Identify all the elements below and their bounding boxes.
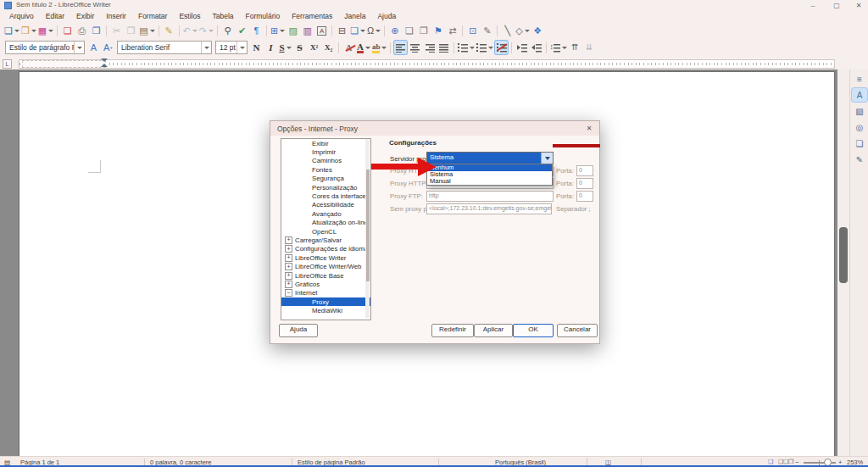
dropdown-arrow-icon[interactable] bbox=[48, 30, 53, 32]
copy-icon[interactable]: ❐ bbox=[125, 24, 137, 37]
tree-item-exibir[interactable]: Exibir bbox=[281, 139, 370, 147]
proxy-https-port-field[interactable]: 0 bbox=[576, 178, 593, 189]
highlight-color-icon[interactable]: ab bbox=[372, 41, 387, 54]
align-justify-icon[interactable] bbox=[437, 41, 450, 54]
cancel-button[interactable]: Cancelar bbox=[557, 324, 598, 337]
tree-item-carregar-salvar[interactable]: +Carregar/Salvar bbox=[281, 236, 370, 244]
tree-item-atualizacao-on-line[interactable]: Atualização on-line bbox=[281, 219, 370, 227]
page-icon[interactable]: ❏ bbox=[852, 136, 867, 150]
underline-button[interactable]: S bbox=[279, 41, 292, 54]
tree-item-acessibilidade[interactable]: Acessibilidade bbox=[281, 201, 370, 209]
tree-item-opencl[interactable]: OpenCL bbox=[281, 227, 370, 236]
page-break-icon[interactable]: ⊟ bbox=[336, 24, 348, 37]
collapse-icon[interactable]: − bbox=[285, 289, 292, 297]
tree-item-libreoffice-writer-web[interactable]: +LibreOffice Writer/Web bbox=[281, 262, 370, 270]
dropdown-arrow-icon[interactable] bbox=[488, 47, 493, 49]
proxy-ftp-field[interactable]: http bbox=[426, 191, 554, 202]
expand-icon[interactable]: + bbox=[285, 263, 292, 270]
bullet-list-icon[interactable] bbox=[458, 41, 475, 54]
line-icon[interactable]: ╲ bbox=[501, 24, 514, 37]
strikethrough-button[interactable]: S bbox=[293, 41, 306, 54]
gallery-icon[interactable]: ▧ bbox=[852, 104, 867, 118]
dropdown-arrow-icon[interactable] bbox=[525, 30, 530, 32]
special-character-icon[interactable]: Ω bbox=[367, 24, 381, 37]
insert-table-icon[interactable]: ⊞ bbox=[270, 24, 285, 37]
decrease-paragraph-spacing-icon[interactable] bbox=[583, 41, 596, 54]
tree-item-imprimir[interactable]: Imprimir bbox=[281, 147, 370, 156]
ok-button[interactable]: OK bbox=[513, 324, 554, 337]
insert-field-icon[interactable]: ❏ bbox=[350, 24, 365, 37]
expand-icon[interactable]: + bbox=[285, 272, 292, 280]
dropdown-arrow-icon[interactable] bbox=[365, 47, 370, 49]
endnote-icon[interactable]: ❐ bbox=[417, 24, 430, 37]
footnote-icon[interactable]: ❏ bbox=[403, 24, 415, 37]
no-list-icon[interactable] bbox=[495, 41, 508, 54]
tree-item-graficos[interactable]: +Gráficos bbox=[281, 280, 370, 288]
align-center-icon[interactable] bbox=[409, 41, 421, 54]
no-proxy-field[interactable]: <local>;172.23.10.1;dev.emgetis.gov-se;e… bbox=[426, 203, 552, 214]
dropdown-arrow-icon[interactable] bbox=[14, 30, 19, 32]
insert-image-icon[interactable]: ▨ bbox=[287, 24, 299, 37]
navigator-icon[interactable]: ◎ bbox=[852, 120, 867, 134]
tree-item-internet[interactable]: −Internet bbox=[281, 289, 370, 297]
bookmark-icon[interactable]: ⚑ bbox=[431, 24, 444, 37]
menu-estilos[interactable]: Estilos bbox=[173, 11, 206, 22]
help-button[interactable]: Ajuda bbox=[279, 324, 318, 337]
expand-icon[interactable]: + bbox=[285, 236, 292, 244]
menu-formatar[interactable]: Formatar bbox=[132, 11, 173, 22]
dropdown-arrow-icon[interactable] bbox=[192, 30, 198, 32]
dropdown-arrow-icon[interactable] bbox=[74, 42, 84, 53]
new-style-icon[interactable]: A+ bbox=[102, 41, 114, 54]
minimize-button[interactable]: – bbox=[804, 0, 822, 11]
dropdown-arrow-icon[interactable] bbox=[541, 153, 553, 164]
numbered-list-icon[interactable] bbox=[476, 41, 493, 54]
update-style-icon[interactable]: A bbox=[87, 41, 100, 54]
tree-item-mediawiki[interactable]: MediaWiki bbox=[281, 306, 370, 314]
tree-item-cores-da-interface[interactable]: Cores da interface bbox=[281, 192, 370, 200]
dropdown-arrow-icon[interactable] bbox=[209, 30, 214, 32]
dropdown-arrow-icon[interactable] bbox=[287, 47, 292, 49]
align-right-icon[interactable] bbox=[423, 41, 436, 54]
cut-icon[interactable]: ✂ bbox=[110, 24, 123, 37]
menu-janela[interactable]: Janela bbox=[338, 11, 371, 22]
bold-button[interactable]: N bbox=[250, 41, 263, 54]
track-changes-icon[interactable]: ✎ bbox=[481, 24, 493, 37]
dropdown-arrow-icon[interactable] bbox=[562, 47, 567, 49]
menu-exibir[interactable]: Exibir bbox=[70, 11, 100, 22]
multi-page-view-icon[interactable]: ❏❏ bbox=[778, 459, 789, 465]
expand-icon[interactable]: + bbox=[285, 281, 292, 288]
print-icon[interactable]: ⎙ bbox=[75, 24, 88, 37]
tree-item-libreoffice-base[interactable]: +LibreOffice Base bbox=[281, 271, 370, 280]
subscript-button[interactable]: X₂ bbox=[322, 41, 335, 54]
formatting-marks-icon[interactable]: ¶ bbox=[250, 24, 263, 37]
horizontal-ruler[interactable] bbox=[19, 59, 835, 69]
superscript-button[interactable]: X² bbox=[308, 41, 320, 54]
font-color-icon[interactable]: A bbox=[357, 41, 370, 54]
dropdown-option-manual[interactable]: Manual bbox=[427, 178, 552, 185]
dropdown-arrow-icon[interactable] bbox=[236, 42, 247, 53]
clone-formatting-icon[interactable]: ✎ bbox=[163, 24, 175, 37]
expand-icon[interactable]: + bbox=[285, 254, 292, 262]
dropdown-arrow-icon[interactable] bbox=[150, 30, 155, 32]
italic-button[interactable]: I bbox=[264, 41, 277, 54]
export-pdf-icon[interactable]: ❏ bbox=[61, 24, 74, 37]
save-icon[interactable]: ▦ bbox=[38, 24, 53, 37]
dropdown-arrow-icon[interactable] bbox=[280, 30, 285, 32]
menu-editar[interactable]: Editar bbox=[40, 11, 70, 22]
tree-item-configuracoes-de-idioma[interactable]: +Configurações de idioma bbox=[281, 245, 370, 253]
dropdown-arrow-icon[interactable] bbox=[201, 42, 211, 53]
open-icon[interactable]: ❒ bbox=[21, 24, 36, 37]
tree-scrollbar-thumb[interactable] bbox=[366, 170, 370, 281]
apply-button[interactable]: Aplicar bbox=[474, 324, 513, 337]
close-button[interactable]: ✕ bbox=[849, 0, 868, 11]
dropdown-arrow-icon[interactable] bbox=[470, 47, 475, 49]
scrollbar-thumb[interactable] bbox=[839, 227, 848, 283]
comment-icon[interactable]: ⊡ bbox=[466, 24, 479, 37]
style-inspector-icon[interactable]: ✎ bbox=[852, 153, 867, 166]
tree-item-fontes[interactable]: Fontes bbox=[281, 165, 370, 174]
find-replace-icon[interactable]: ⚲ bbox=[221, 24, 234, 37]
tree-item-seguranca[interactable]: Segurança bbox=[281, 175, 370, 183]
align-left-icon[interactable] bbox=[394, 41, 407, 54]
tree-item-personalizacao[interactable]: Personalização bbox=[281, 183, 370, 192]
clear-formatting-icon[interactable]: A bbox=[342, 41, 355, 54]
